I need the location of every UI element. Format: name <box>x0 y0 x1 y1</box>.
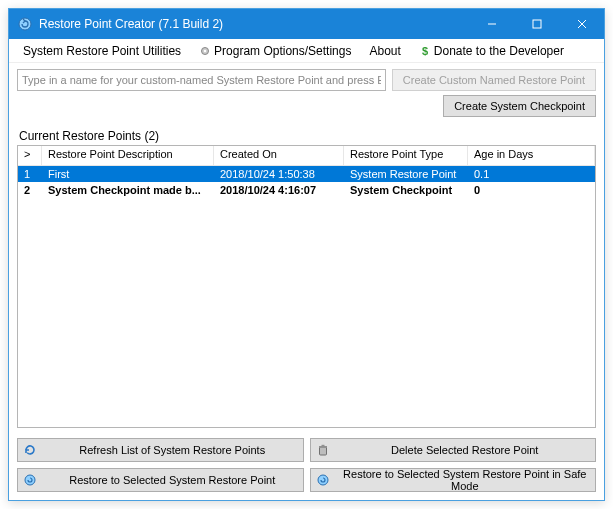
table-cell: 1 <box>18 168 42 180</box>
window-controls <box>469 9 604 39</box>
menu-about[interactable]: About <box>361 42 408 60</box>
listview-headers: > Restore Point Description Created On R… <box>18 146 595 166</box>
trash-icon <box>315 442 331 458</box>
content-area: Current Restore Points (2) > Restore Poi… <box>9 123 604 434</box>
gear-icon <box>199 45 211 57</box>
restore-button[interactable]: Restore to Selected System Restore Point <box>17 468 304 492</box>
create-custom-button: Create Custom Named Restore Point <box>392 69 596 91</box>
table-cell: System Checkpoint <box>344 184 468 196</box>
restore-button-label: Restore to Selected System Restore Point <box>46 474 299 486</box>
restore-safe-icon <box>315 472 331 488</box>
titlebar: Restore Point Creator (7.1 Build 2) <box>9 9 604 39</box>
svg-point-12 <box>318 475 328 485</box>
menu-donate[interactable]: $ Donate to the Developer <box>411 42 572 60</box>
table-cell: 0.1 <box>468 168 595 180</box>
table-cell: System Restore Point <box>344 168 468 180</box>
table-cell: System Checkpoint made b... <box>42 184 214 196</box>
close-button[interactable] <box>559 9 604 39</box>
menu-options-label: Program Options/Settings <box>214 44 351 58</box>
restore-point-name-input[interactable] <box>17 69 386 91</box>
delete-button[interactable]: Delete Selected Restore Point <box>310 438 597 462</box>
app-icon <box>17 16 33 32</box>
app-window: Restore Point Creator (7.1 Build 2) Syst… <box>8 8 605 501</box>
refresh-icon <box>22 442 38 458</box>
table-cell: 2 <box>18 184 42 196</box>
svg-rect-10 <box>321 445 324 446</box>
toolbar-row: Create Custom Named Restore Point <box>9 63 604 95</box>
listview-rows: 1First2018/10/24 1:50:38System Restore P… <box>18 166 595 427</box>
svg-rect-8 <box>319 447 326 455</box>
create-checkpoint-button[interactable]: Create System Checkpoint <box>443 95 596 117</box>
table-cell: 2018/10/24 4:16:07 <box>214 184 344 196</box>
table-cell: 2018/10/24 1:50:38 <box>214 168 344 180</box>
table-cell: 0 <box>468 184 595 196</box>
refresh-button[interactable]: Refresh List of System Restore Points <box>17 438 304 462</box>
svg-point-0 <box>19 18 31 30</box>
minimize-button[interactable] <box>469 9 514 39</box>
menu-utilities[interactable]: System Restore Point Utilities <box>15 42 189 60</box>
footer-buttons: Refresh List of System Restore Points De… <box>9 434 604 500</box>
header-created-on[interactable]: Created On <box>214 146 344 165</box>
maximize-button[interactable] <box>514 9 559 39</box>
svg-text:$: $ <box>422 45 428 57</box>
header-age[interactable]: Age in Days <box>468 146 595 165</box>
refresh-button-label: Refresh List of System Restore Points <box>46 444 299 456</box>
table-row[interactable]: 2System Checkpoint made b...2018/10/24 4… <box>18 182 595 198</box>
restore-safe-button[interactable]: Restore to Selected System Restore Point… <box>310 468 597 492</box>
window-title: Restore Point Creator (7.1 Build 2) <box>39 17 469 31</box>
restore-safe-button-label: Restore to Selected System Restore Point… <box>339 468 592 492</box>
header-type[interactable]: Restore Point Type <box>344 146 468 165</box>
header-description[interactable]: Restore Point Description <box>42 146 214 165</box>
table-cell: First <box>42 168 214 180</box>
restore-icon <box>22 472 38 488</box>
menubar: System Restore Point Utilities Program O… <box>9 39 604 63</box>
svg-point-11 <box>25 475 35 485</box>
menu-donate-label: Donate to the Developer <box>434 44 564 58</box>
delete-button-label: Delete Selected Restore Point <box>339 444 592 456</box>
svg-point-6 <box>204 49 206 51</box>
restore-points-group-label: Current Restore Points (2) <box>19 129 594 143</box>
header-index[interactable]: > <box>18 146 42 165</box>
dollar-icon: $ <box>419 45 431 57</box>
menu-options[interactable]: Program Options/Settings <box>191 42 359 60</box>
checkpoint-row: Create System Checkpoint <box>9 95 604 123</box>
restore-points-listview[interactable]: > Restore Point Description Created On R… <box>17 145 596 428</box>
svg-rect-2 <box>533 20 541 28</box>
table-row[interactable]: 1First2018/10/24 1:50:38System Restore P… <box>18 166 595 182</box>
svg-rect-9 <box>319 446 327 448</box>
